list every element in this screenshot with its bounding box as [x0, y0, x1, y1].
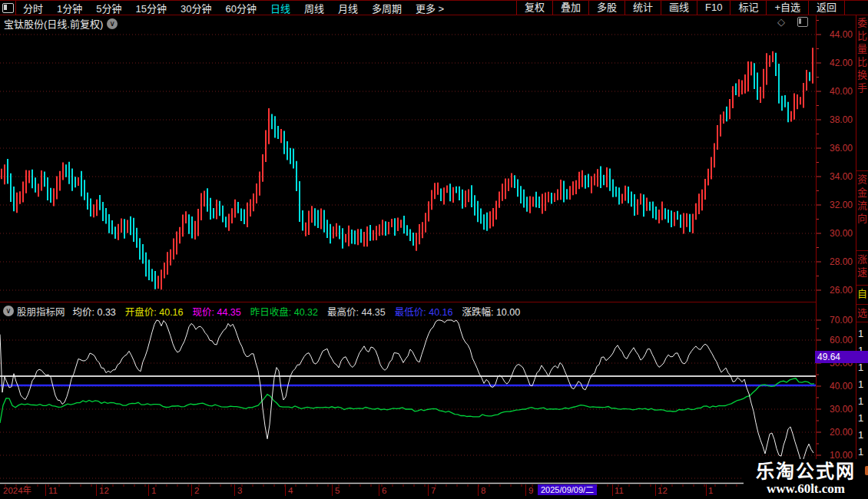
xaxis-label: 4: [288, 486, 293, 495]
indicator-source: 股朋指标网: [17, 304, 65, 319]
numbered-list: 11111111: [856, 322, 868, 461]
indicator-field-1: 开盘价: 40.16: [125, 304, 184, 319]
period-tab-5[interactable]: 60分钟: [218, 1, 263, 15]
xaxis-label: 6: [382, 486, 386, 495]
xaxis-label: 7: [431, 486, 436, 495]
price-axis-label: 38.00: [830, 114, 853, 125]
xaxis-label: 12: [658, 486, 668, 495]
action-button-3[interactable]: 统计: [624, 1, 661, 15]
xaxis-label: 11: [48, 486, 58, 495]
chevron-down-icon[interactable]: ∨: [3, 306, 14, 316]
watermark-url: www.60lt.com: [744, 482, 868, 496]
action-button-0[interactable]: 复权: [516, 1, 552, 15]
indicator-field-2: 现价: 44.35: [193, 304, 241, 319]
action-button-4[interactable]: 画线: [661, 1, 697, 15]
ind-axis-label: 60.00: [830, 335, 853, 345]
action-button-6[interactable]: 标记: [730, 1, 766, 15]
strip-list-item-3[interactable]: 1: [856, 376, 868, 393]
price-axis-label: 34.00: [830, 171, 853, 182]
strip-list-item-5[interactable]: 1: [856, 410, 868, 427]
price-axis-label: 30.00: [830, 228, 853, 239]
self-select-tab[interactable]: 自: [856, 286, 868, 305]
period-tab-6[interactable]: 日线: [263, 1, 297, 15]
xaxis-label: 8: [481, 486, 485, 495]
clipped-vertical-text[interactable]: 资金流向: [856, 171, 868, 251]
white-indicator-line: [0, 320, 813, 464]
clipped-vertical-text[interactable]: 涨速: [856, 251, 868, 286]
diamond-icon[interactable]: ◇: [777, 17, 785, 27]
action-button-1[interactable]: 叠加: [552, 1, 588, 15]
ind-axis-label: 70.00: [830, 315, 853, 326]
price-axis-label: 44.00: [830, 29, 853, 40]
ind-axis-label: 40.00: [830, 381, 853, 392]
ind-axis-label: 20.00: [830, 427, 853, 438]
indicator-field-4: 最高价: 44.35: [327, 304, 386, 319]
price-axis-label: 42.00: [830, 58, 853, 68]
chart-title-row[interactable]: 宝钛股份(日线.前复权) ∨: [4, 16, 118, 31]
indicator-field-0: 均价: 0.33: [73, 304, 116, 319]
clipped-vertical-text[interactable]: 委比量比换手: [856, 15, 868, 171]
period-tab-4[interactable]: 30分钟: [174, 1, 218, 15]
strip-list-item-0[interactable]: 1: [856, 326, 868, 342]
xaxis-label: 12: [99, 486, 109, 495]
price-axis-label: 26.00: [830, 285, 853, 296]
current-date-label: 2025/09/09/二: [538, 484, 597, 495]
price-axis-label: 40.00: [830, 86, 853, 97]
xaxis-label: 3: [237, 486, 242, 495]
indicator-value-badge: 49.64: [815, 351, 868, 363]
action-button-5[interactable]: F10: [697, 1, 730, 15]
xaxis-label: 9: [528, 486, 533, 495]
chart-canvas[interactable]: 44.0042.0040.0038.0036.0034.0032.0030.00…: [0, 0, 868, 499]
right-sidebar-strip: 委比量比换手 资金流向 涨速 自 选 11111111: [856, 15, 868, 471]
indicator-field-6: 涨跌幅: 10.00: [462, 304, 520, 319]
period-tab-2[interactable]: 5分钟: [89, 1, 128, 15]
xaxis-label: 2024年: [3, 485, 31, 495]
period-tab-7[interactable]: 周线: [297, 1, 331, 15]
panel-toggle-button[interactable]: [0, 1, 16, 15]
price-axis-label: 28.00: [830, 256, 853, 267]
strip-list-item-6[interactable]: 1: [856, 427, 868, 444]
clipped-vertical-text[interactable]: 选: [856, 305, 868, 322]
actions-menu: 复权叠加多股统计画线F10标记+自选返回: [516, 1, 845, 15]
ind-axis-label: 30.00: [830, 404, 853, 415]
xaxis-label: 1: [708, 486, 713, 495]
action-button-2[interactable]: 多股: [588, 1, 624, 15]
stock-title: 宝钛股份(日线.前复权): [4, 16, 103, 31]
layout-icon[interactable]: [797, 17, 808, 27]
indicator-header: ∨ 股朋指标网 均价: 0.33开盘价: 40.16现价: 44.35昨日收盘:…: [0, 303, 813, 319]
chevron-down-icon[interactable]: ∨: [107, 18, 118, 29]
top-toolbar: 分时1分钟5分钟15分钟30分钟60分钟日线周线月线多周期更多 > 复权叠加多股…: [0, 0, 868, 15]
xaxis-label: 1: [151, 486, 156, 495]
period-menu: 分时1分钟5分钟15分钟30分钟60分钟日线周线月线多周期更多 >: [16, 1, 451, 15]
indicator-values: 均价: 0.33开盘价: 40.16现价: 44.35昨日收盘: 40.32最高…: [73, 304, 521, 319]
strip-list-item-7[interactable]: 1: [856, 444, 868, 461]
period-tab-9[interactable]: 多周期: [365, 1, 409, 15]
indicator-field-5: 最低价: 40.16: [395, 304, 453, 319]
indicator-field-3: 昨日收盘: 40.32: [250, 304, 318, 319]
clipped-logo-fragment: [865, 466, 868, 475]
period-tab-1[interactable]: 1分钟: [50, 1, 89, 15]
xaxis-label: 5: [335, 486, 340, 495]
trading-app-window: 44.0042.0040.0038.0036.0034.0032.0030.00…: [0, 0, 868, 499]
period-tab-0[interactable]: 分时: [16, 1, 50, 15]
price-axis-label: 36.00: [830, 143, 853, 154]
xaxis-label: 2: [194, 486, 199, 495]
xaxis-label: 11: [615, 486, 624, 495]
period-tab-8[interactable]: 月线: [331, 1, 365, 15]
period-tab-3[interactable]: 15分钟: [128, 1, 173, 15]
chart-corner-icons: ◇: [777, 17, 808, 27]
action-button-8[interactable]: 返回: [808, 1, 845, 15]
watermark: 乐淘公式网 www.60lt.com: [744, 459, 868, 499]
strip-list-item-4[interactable]: 1: [856, 393, 868, 410]
price-axis-label: 32.00: [830, 200, 853, 210]
watermark-site-name: 乐淘公式网: [744, 461, 868, 482]
period-tab-10[interactable]: 更多 >: [409, 1, 451, 15]
action-button-7[interactable]: +自选: [766, 1, 808, 15]
panel-icon: [2, 3, 14, 13]
